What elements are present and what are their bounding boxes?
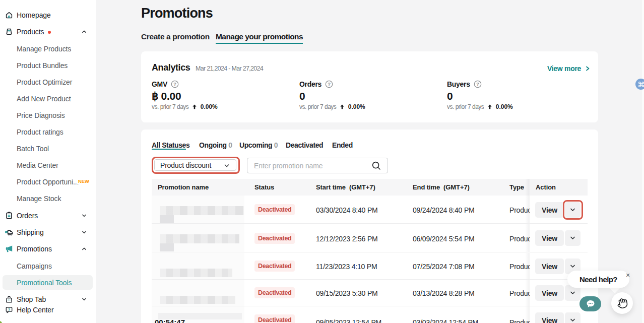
svg-text:?: ? (476, 81, 479, 87)
svg-text:?: ? (328, 81, 331, 87)
svg-text:?: ? (173, 81, 176, 87)
svg-text:?: ? (8, 307, 11, 311)
